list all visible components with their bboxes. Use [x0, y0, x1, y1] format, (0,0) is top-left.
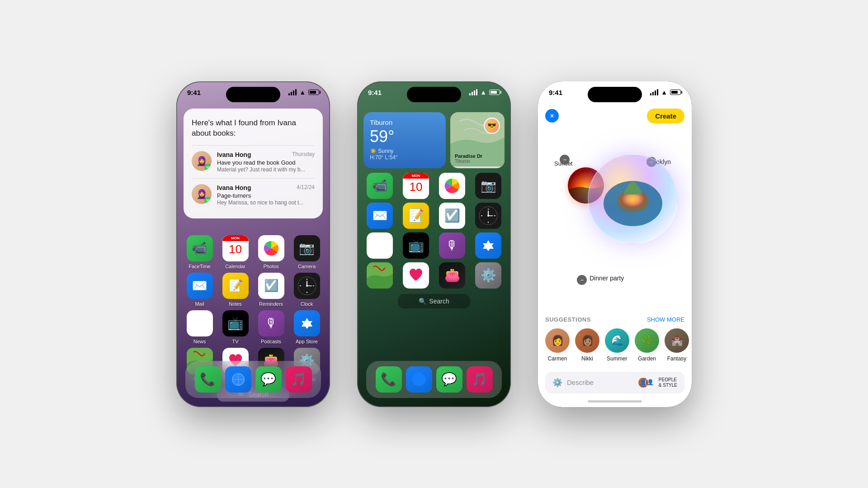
app-label-calendar: Calendar [225, 264, 245, 269]
app-label-photos: Photos [263, 264, 278, 269]
describe-input[interactable]: Describe [567, 379, 633, 386]
dock-2-music[interactable]: 🎵 [467, 366, 493, 393]
dock-2-safari[interactable] [406, 366, 432, 393]
facetime-icon: 📹 [187, 235, 213, 261]
dock-music[interactable]: 🎵 [286, 366, 312, 393]
p2-app-camera[interactable]: 📷 [472, 173, 505, 199]
message-badge-1: ✉ [204, 164, 212, 171]
p2-app-appstore[interactable] [472, 232, 505, 259]
dinner-party-item: − Dinner party [577, 274, 624, 285]
app-reminders[interactable]: ☑️ Reminders [255, 273, 287, 307]
p2-reminders-icon: ☑️ [439, 203, 465, 229]
app-notes[interactable]: 📝 Notes [219, 273, 251, 307]
dynamic-island-2 [407, 87, 461, 102]
p2-app-photos[interactable] [436, 173, 468, 199]
p2-app-clock[interactable] [472, 203, 505, 229]
app-label-facetime: FaceTime [189, 264, 211, 269]
app-tv[interactable]: 📺 TV [219, 310, 251, 344]
people-style-button[interactable]: 👤 👤 PEOPLE& STYLE [638, 377, 677, 388]
app-label-news: News [193, 339, 206, 344]
app-label-camera: Camera [298, 264, 316, 269]
p2-app-podcasts[interactable]: 🎙 [436, 232, 468, 259]
remove-sunset[interactable]: − [560, 155, 570, 165]
p2-app-reminders[interactable]: ☑️ [436, 203, 468, 229]
playground-header: × Create [545, 109, 684, 123]
close-button[interactable]: × [545, 109, 559, 123]
canvas-area: − Brooklyn − [545, 131, 684, 294]
dock-1: 📞 💬 🎵 [185, 361, 321, 398]
wifi-icon-3: ▲ [661, 89, 667, 96]
p2-clock-icon [475, 203, 501, 229]
suggestion-avatar-carmen: 👩 [545, 328, 570, 353]
dynamic-island-1 [226, 87, 280, 102]
app-calendar[interactable]: MON 10 Calendar [219, 235, 251, 269]
app-mail[interactable]: ✉️ Mail [184, 273, 216, 307]
p2-appstore-icon [475, 232, 501, 259]
calendar-icon: MON 10 [222, 235, 249, 261]
suggestion-label-summer: Summer [607, 355, 627, 362]
dock-phone[interactable]: 📞 [195, 366, 221, 393]
create-button[interactable]: Create [647, 109, 684, 123]
siri-query: Here's what I found from Ivana about boo… [192, 118, 315, 139]
remove-dinner[interactable]: − [577, 275, 587, 285]
dock-messages[interactable]: 💬 [255, 366, 282, 393]
p2-app-settings[interactable]: ⚙️ [472, 262, 505, 289]
suggestion-fantasy[interactable]: 🏰 Fantasy [665, 328, 689, 362]
msg-name-1: Ivana Hong [217, 151, 251, 158]
suggestions-section: SUGGESTIONS SHOW MORE 👩 Carmen 👩🏽 Nikki … [538, 316, 692, 362]
dock-2-messages[interactable]: 💬 [436, 366, 462, 393]
message-item-1[interactable]: 🧕 ✉ Ivana Hong Thursday Have you read th… [192, 145, 315, 178]
message-item-2[interactable]: 🧕 ✉ Ivana Hong 4/12/24 Page-turners Hey … [192, 178, 315, 211]
app-label-podcasts: Podcasts [261, 339, 281, 344]
app-photos[interactable]: Photos [255, 235, 287, 269]
widget-city: Tiburon [370, 118, 439, 126]
p2-app-calendar[interactable]: MON 10 [400, 173, 432, 199]
app-podcasts[interactable]: 🎙 Podcasts [255, 310, 287, 344]
app-news[interactable]: 🗞 News [184, 310, 216, 344]
weather-widget[interactable]: Tiburon 59° ☀️ Sunny H:70° L:54° [363, 112, 446, 168]
suggestion-label-fantasy: Fantasy [667, 355, 687, 362]
gear-icon: ⚙️ [552, 378, 562, 388]
dock-2-phone[interactable]: 📞 [376, 366, 402, 393]
p2-app-news[interactable]: 🗞 [363, 232, 396, 259]
p2-app-wallet[interactable]: 👛 [436, 262, 468, 289]
msg-content-2: Ivana Hong 4/12/24 Page-turners Hey Mari… [217, 184, 315, 206]
show-more-button[interactable]: SHOW MORE [647, 316, 684, 323]
maps-widget[interactable]: 😎 Paradise Dr Tiburon [450, 112, 505, 168]
msg-preview-1: Material yet? Just read it with my b... [217, 166, 315, 173]
widget-temp: 59° [370, 127, 439, 146]
p2-notes-icon: 📝 [403, 203, 429, 229]
p2-app-facetime[interactable]: 📹 [363, 173, 396, 199]
home-indicator-3 [588, 400, 642, 403]
suggestion-label-carmen: Carmen [548, 355, 567, 362]
dock-safari[interactable] [225, 366, 251, 393]
app-label-notes: Notes [229, 301, 242, 307]
p2-app-health[interactable] [400, 262, 432, 289]
time-3: 9:41 [549, 89, 562, 96]
app-label-reminders: Reminders [259, 301, 283, 307]
camera-icon: 📷 [294, 235, 320, 261]
msg-name-2: Ivana Hong [217, 184, 251, 191]
p2-app-mail[interactable]: ✉️ [363, 203, 396, 229]
app-appstore[interactable]: App Store [291, 310, 323, 344]
p2-app-notes[interactable]: 📝 [400, 203, 432, 229]
p2-news-icon: 🗞 [367, 232, 393, 259]
notes-icon: 📝 [222, 273, 249, 299]
suggestion-nikki[interactable]: 👩🏽 Nikki [575, 328, 599, 362]
time-2: 9:41 [368, 89, 382, 96]
p2-app-maps[interactable] [363, 262, 396, 289]
app-label-appstore: App Store [296, 339, 318, 344]
app-label-tv: TV [232, 339, 238, 344]
p2-app-appletv[interactable]: 📺 [400, 232, 432, 259]
suggestion-carmen[interactable]: 👩 Carmen [545, 328, 570, 362]
suggestion-garden[interactable]: 🌿 Garden [635, 328, 659, 362]
describe-bar[interactable]: ⚙️ Describe 👤 👤 PEOPLE& STYLE [545, 372, 684, 393]
app-camera[interactable]: 📷 Camera [291, 235, 323, 269]
p2-tv-icon: 📺 [403, 232, 429, 259]
app-clock[interactable]: Clock [291, 273, 323, 307]
app-facetime[interactable]: 📹 FaceTime [184, 235, 216, 269]
suggestion-summer[interactable]: 🌊 Summer [605, 328, 629, 362]
p2-mail-icon: ✉️ [367, 203, 393, 229]
search-bar-2[interactable]: 🔍 Search [398, 294, 470, 308]
reminders-icon: ☑️ [258, 273, 284, 299]
